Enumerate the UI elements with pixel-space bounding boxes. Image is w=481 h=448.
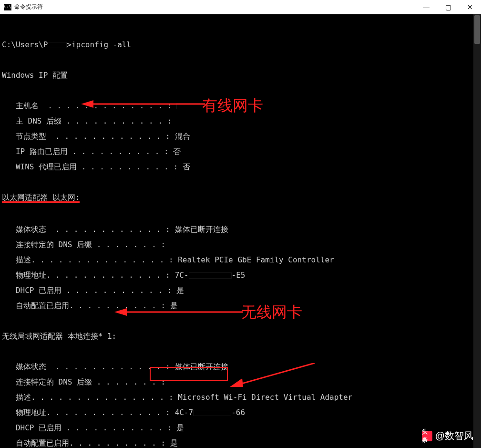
eth-dhcp-value: 是	[176, 286, 184, 295]
eth-desc-value: Realtek PCIe GbE Family Controller	[178, 255, 334, 264]
command-text: ipconfig -all	[72, 40, 131, 49]
window-titlebar: C:\ 命令提示符 — ▢ ✕	[0, 0, 481, 14]
scrollbar-thumb[interactable]	[474, 15, 480, 44]
window-controls: — ▢ ✕	[415, 0, 481, 14]
node-type-value: 混合	[175, 132, 190, 141]
redacted-eth-mac	[189, 272, 232, 279]
wl1-phys-suffix: -66	[231, 408, 245, 417]
eth-phys-label: 物理地址	[16, 271, 46, 280]
wlan-local1-title: 无线局域网适配器 本地连接* 1:	[2, 333, 479, 340]
redacted-wl1-mac	[193, 410, 231, 416]
wl1-phys-label: 物理地址	[16, 408, 46, 417]
redacted-username	[48, 42, 67, 48]
wl1-dns-suffix-label: 连接特定的 DNS 后缀	[16, 377, 92, 386]
primary-dns-label: 主 DNS 后缀	[16, 116, 61, 125]
wl1-autoconf-value: 是	[170, 438, 178, 448]
hostname-label: 主机名	[16, 101, 39, 110]
vertical-scrollbar[interactable]	[473, 14, 481, 448]
prompt-path: C:\Users\P	[2, 40, 48, 49]
wl1-desc-label: 描述	[16, 393, 31, 402]
eth-desc-label: 描述	[16, 255, 31, 264]
window-title: 命令提示符	[14, 3, 415, 11]
wl1-dhcp-label: DHCP 已启用	[16, 423, 61, 432]
app-icon: C:\	[4, 4, 11, 10]
close-button[interactable]: ✕	[459, 0, 481, 14]
eth-phys-prefix: 7C-	[175, 271, 189, 280]
minimize-button[interactable]: —	[415, 0, 437, 14]
eth-media-state-label: 媒体状态	[16, 225, 46, 234]
wl1-media-state-value: 媒体已断开连接	[175, 362, 228, 371]
eth-media-state-value: 媒体已断开连接	[175, 225, 228, 234]
wins-proxy-value: 否	[183, 162, 190, 171]
eth-dhcp-label: DHCP 已启用	[16, 286, 61, 295]
wl1-autoconf-label: 自动配置已启用	[16, 438, 69, 448]
node-type-label: 节点类型	[16, 132, 46, 141]
ip-routing-label: IP 路由已启用	[16, 147, 68, 156]
eth-autoconf-label: 自动配置已启用	[16, 301, 69, 310]
wins-proxy-label: WINS 代理已启用	[16, 162, 77, 171]
wl1-desc-value: Microsoft Wi-Fi Direct Virtual Adapter	[178, 393, 352, 402]
wl1-media-state-label: 媒体状态	[16, 362, 46, 371]
ethernet-title: 以太网适配器 以太网:	[2, 194, 80, 203]
eth-autoconf-value: 是	[170, 301, 178, 310]
redacted-hostname	[176, 103, 200, 109]
terminal-output: C:\Users\P>ipconfig -all Windows IP 配置 主…	[0, 14, 481, 448]
header-line: Windows IP 配置	[2, 72, 479, 79]
wl1-dhcp-value: 是	[176, 423, 184, 432]
eth-dns-suffix-label: 连接特定的 DNS 后缀	[16, 240, 92, 249]
wl1-phys-prefix: 4C-7	[175, 408, 194, 417]
eth-phys-suffix: -E5	[232, 271, 246, 280]
ip-routing-value: 否	[173, 147, 181, 156]
maximize-button[interactable]: ▢	[437, 0, 459, 14]
